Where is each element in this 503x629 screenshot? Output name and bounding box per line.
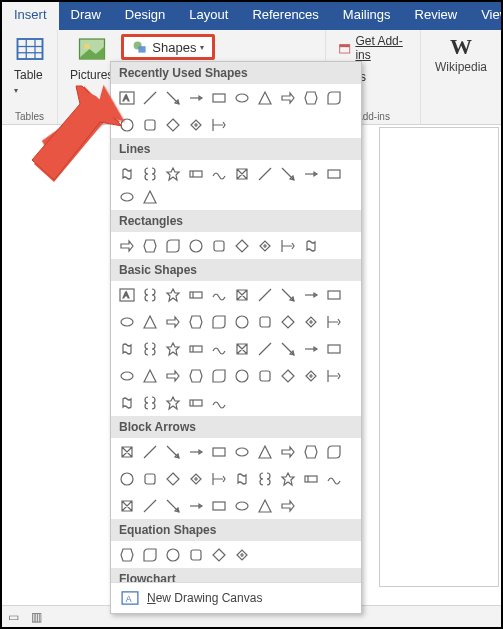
- shape-item[interactable]: [209, 442, 228, 461]
- shape-item[interactable]: [117, 393, 136, 412]
- shape-item[interactable]: [163, 285, 182, 304]
- shape-item[interactable]: [232, 164, 251, 183]
- tab-references[interactable]: References: [240, 2, 330, 30]
- shape-item[interactable]: [117, 442, 136, 461]
- shape-item[interactable]: [232, 366, 251, 385]
- shape-item[interactable]: [186, 469, 205, 488]
- shape-item[interactable]: [278, 236, 297, 255]
- shape-item[interactable]: [117, 496, 136, 515]
- shape-item[interactable]: [255, 442, 274, 461]
- shape-item[interactable]: [278, 469, 297, 488]
- shape-item[interactable]: [140, 285, 159, 304]
- shape-item[interactable]: [324, 164, 343, 183]
- shape-item[interactable]: [186, 496, 205, 515]
- shape-item[interactable]: [186, 442, 205, 461]
- shape-item[interactable]: [186, 312, 205, 331]
- shape-item[interactable]: [232, 442, 251, 461]
- shape-item[interactable]: [255, 164, 274, 183]
- shape-item[interactable]: [117, 115, 136, 134]
- shape-item[interactable]: [186, 236, 205, 255]
- shape-item[interactable]: [209, 393, 228, 412]
- shape-item[interactable]: [163, 366, 182, 385]
- shape-item[interactable]: [140, 393, 159, 412]
- shape-item[interactable]: [232, 339, 251, 358]
- shape-item[interactable]: [209, 115, 228, 134]
- shape-item[interactable]: [186, 339, 205, 358]
- shape-item[interactable]: [140, 496, 159, 515]
- shape-item[interactable]: [117, 187, 136, 206]
- shape-item[interactable]: [186, 164, 205, 183]
- shape-item[interactable]: [209, 236, 228, 255]
- shape-item[interactable]: [117, 236, 136, 255]
- shape-item[interactable]: [232, 88, 251, 107]
- shape-item[interactable]: [324, 366, 343, 385]
- shape-item[interactable]: [163, 339, 182, 358]
- shape-item[interactable]: [324, 469, 343, 488]
- shape-item[interactable]: [117, 312, 136, 331]
- shape-item[interactable]: [232, 545, 251, 564]
- shapes-button[interactable]: Shapes▾: [121, 34, 215, 60]
- tab-insert[interactable]: Insert: [2, 2, 59, 30]
- shape-item[interactable]: [140, 88, 159, 107]
- shape-item[interactable]: [140, 312, 159, 331]
- shape-item[interactable]: [186, 285, 205, 304]
- shape-item[interactable]: [301, 312, 320, 331]
- shape-item[interactable]: [163, 312, 182, 331]
- shape-item[interactable]: [163, 393, 182, 412]
- shape-item[interactable]: [209, 339, 228, 358]
- tab-draw[interactable]: Draw: [59, 2, 113, 30]
- shape-item[interactable]: [301, 339, 320, 358]
- tab-view[interactable]: View: [469, 2, 503, 30]
- shape-item[interactable]: [301, 88, 320, 107]
- status-icon-1[interactable]: ▭: [8, 610, 19, 624]
- shape-item[interactable]: [255, 236, 274, 255]
- shape-item[interactable]: [140, 366, 159, 385]
- shape-item[interactable]: [255, 496, 274, 515]
- shape-item[interactable]: [209, 164, 228, 183]
- tab-mailings[interactable]: Mailings: [331, 2, 403, 30]
- shape-item[interactable]: [209, 88, 228, 107]
- shape-item[interactable]: [232, 496, 251, 515]
- shape-item[interactable]: [278, 312, 297, 331]
- shape-item[interactable]: [232, 312, 251, 331]
- shape-item[interactable]: [255, 285, 274, 304]
- shapes-scroll[interactable]: Recently Used ShapesALinesRectanglesBasi…: [111, 62, 361, 582]
- shape-item[interactable]: [324, 312, 343, 331]
- shape-item[interactable]: [301, 164, 320, 183]
- shape-item[interactable]: [140, 164, 159, 183]
- tab-design[interactable]: Design: [113, 2, 177, 30]
- shape-item[interactable]: [278, 366, 297, 385]
- shape-item[interactable]: [163, 236, 182, 255]
- shape-item[interactable]: [140, 236, 159, 255]
- shape-item[interactable]: [140, 339, 159, 358]
- shape-item[interactable]: [117, 545, 136, 564]
- table-button[interactable]: Table ▾: [8, 32, 51, 98]
- shape-item[interactable]: [232, 285, 251, 304]
- shape-item[interactable]: [186, 115, 205, 134]
- shape-item[interactable]: [140, 469, 159, 488]
- shape-item[interactable]: [163, 88, 182, 107]
- shape-item[interactable]: [117, 339, 136, 358]
- shape-item[interactable]: [186, 545, 205, 564]
- shape-item[interactable]: [301, 442, 320, 461]
- shape-item[interactable]: [140, 442, 159, 461]
- shape-item[interactable]: [301, 236, 320, 255]
- shape-item[interactable]: [163, 442, 182, 461]
- shape-item[interactable]: [163, 164, 182, 183]
- shape-item[interactable]: [117, 366, 136, 385]
- shape-item[interactable]: [324, 339, 343, 358]
- shape-item[interactable]: [140, 187, 159, 206]
- shape-item[interactable]: [186, 393, 205, 412]
- shape-item[interactable]: [324, 88, 343, 107]
- shape-item[interactable]: [301, 285, 320, 304]
- status-icon-2[interactable]: ▥: [31, 610, 42, 624]
- shape-item[interactable]: [301, 469, 320, 488]
- shape-item[interactable]: [209, 469, 228, 488]
- shape-item[interactable]: [117, 164, 136, 183]
- shape-item[interactable]: [163, 469, 182, 488]
- shape-item[interactable]: [163, 115, 182, 134]
- wikipedia-button[interactable]: W Wikipedia: [427, 32, 495, 76]
- get-addins-button[interactable]: Get Add-ins: [332, 32, 414, 64]
- shape-item[interactable]: [163, 545, 182, 564]
- shape-item[interactable]: [255, 339, 274, 358]
